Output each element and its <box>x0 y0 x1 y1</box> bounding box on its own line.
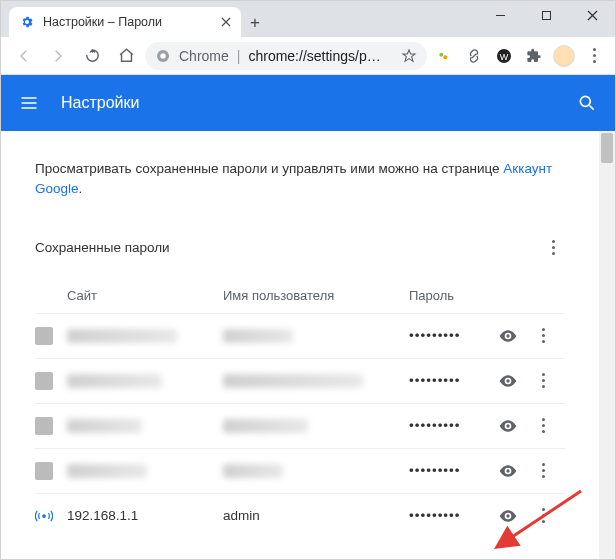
url-host: Chrome <box>179 48 229 64</box>
hint-pre: Просматривать сохраненные пароли и управ… <box>35 161 503 176</box>
svg-rect-1 <box>542 11 550 19</box>
user-cell <box>223 374 363 388</box>
user-cell <box>223 419 308 433</box>
settings-header: Настройки <box>1 75 615 131</box>
table-row: 192.168.1.1 admin ••••••••• <box>35 493 565 538</box>
svg-point-16 <box>506 424 509 427</box>
svg-point-7 <box>160 53 165 58</box>
row-more-button[interactable] <box>531 459 555 483</box>
table-row: ••••••••• <box>35 358 565 403</box>
table-row: ••••••••• <box>35 403 565 448</box>
account-hint-text: Просматривать сохраненные пароли и управ… <box>35 159 565 200</box>
col-site: Сайт <box>67 288 217 303</box>
browser-tab[interactable]: Настройки – Пароли <box>9 7 241 37</box>
site-favicon <box>35 327 53 345</box>
url-path: chrome://settings/p… <box>248 48 380 64</box>
tab-title: Настройки – Пароли <box>43 15 162 29</box>
window-minimize-button[interactable] <box>477 1 523 29</box>
section-more-button[interactable] <box>541 236 565 260</box>
row-more-button[interactable] <box>531 369 555 393</box>
extension-circle-icon[interactable]: W <box>491 43 517 69</box>
nav-home-button[interactable] <box>111 41 141 71</box>
window-close-button[interactable] <box>569 1 615 29</box>
new-tab-button[interactable]: + <box>241 9 269 37</box>
svg-point-14 <box>506 334 509 337</box>
col-pass: Пароль <box>409 288 485 303</box>
nav-reload-button[interactable] <box>77 41 107 71</box>
settings-title: Настройки <box>61 94 139 112</box>
settings-search-button[interactable] <box>577 93 597 113</box>
svg-point-19 <box>506 514 509 517</box>
address-bar[interactable]: Chrome | chrome://settings/p… <box>145 42 427 70</box>
svg-text:W: W <box>500 52 509 62</box>
password-mask: ••••••••• <box>409 508 485 523</box>
site-cell[interactable] <box>67 419 142 433</box>
saved-passwords-heading: Сохраненные пароли <box>35 240 170 255</box>
svg-point-9 <box>443 55 447 59</box>
site-cell[interactable] <box>67 464 147 478</box>
show-password-icon[interactable] <box>491 506 525 526</box>
site-favicon <box>35 462 53 480</box>
tab-close-button[interactable] <box>221 17 231 27</box>
svg-line-13 <box>590 106 594 110</box>
gear-icon <box>19 14 35 30</box>
site-cell[interactable] <box>67 374 162 388</box>
password-mask: ••••••••• <box>409 463 485 478</box>
nav-forward-button[interactable] <box>43 41 73 71</box>
hint-post: . <box>79 181 83 196</box>
scrollbar-thumb[interactable] <box>601 133 613 163</box>
table-row: ••••••••• <box>35 313 565 358</box>
passwords-table: Сайт Имя пользователя Пароль ••••••••• •… <box>35 278 565 538</box>
col-user: Имя пользователя <box>223 288 403 303</box>
site-cell[interactable] <box>67 329 177 343</box>
user-cell <box>223 329 293 343</box>
site-favicon <box>35 507 53 525</box>
browser-menu-button[interactable] <box>581 43 607 69</box>
table-header-row: Сайт Имя пользователя Пароль <box>35 278 565 313</box>
row-more-button[interactable] <box>531 414 555 438</box>
show-password-icon[interactable] <box>491 416 525 436</box>
row-more-button[interactable] <box>531 504 555 528</box>
extension-icon[interactable] <box>431 43 457 69</box>
show-password-icon[interactable] <box>491 326 525 346</box>
show-password-icon[interactable] <box>491 371 525 391</box>
bookmark-star-icon[interactable] <box>401 48 417 64</box>
svg-point-18 <box>42 514 46 518</box>
user-cell <box>223 464 283 478</box>
extensions-puzzle-icon[interactable] <box>521 43 547 69</box>
site-favicon <box>35 372 53 390</box>
password-mask: ••••••••• <box>409 373 485 388</box>
user-cell: admin <box>223 508 403 523</box>
settings-content: Просматривать сохраненные пароли и управ… <box>1 131 599 559</box>
site-favicon <box>35 417 53 435</box>
scrollbar-track[interactable] <box>599 131 615 559</box>
window-maximize-button[interactable] <box>523 1 569 29</box>
row-more-button[interactable] <box>531 324 555 348</box>
show-password-icon[interactable] <box>491 461 525 481</box>
svg-point-15 <box>506 379 509 382</box>
link-icon[interactable] <box>461 43 487 69</box>
chrome-icon <box>155 48 171 64</box>
nav-back-button[interactable] <box>9 41 39 71</box>
password-mask: ••••••••• <box>409 418 485 433</box>
svg-point-17 <box>506 469 509 472</box>
profile-avatar[interactable] <box>551 43 577 69</box>
site-cell[interactable]: 192.168.1.1 <box>67 508 217 523</box>
svg-point-12 <box>580 96 590 106</box>
table-row: ••••••••• <box>35 448 565 493</box>
password-mask: ••••••••• <box>409 328 485 343</box>
browser-toolbar: Chrome | chrome://settings/p… W <box>1 37 615 75</box>
svg-point-8 <box>439 52 443 56</box>
menu-icon[interactable] <box>19 93 39 113</box>
